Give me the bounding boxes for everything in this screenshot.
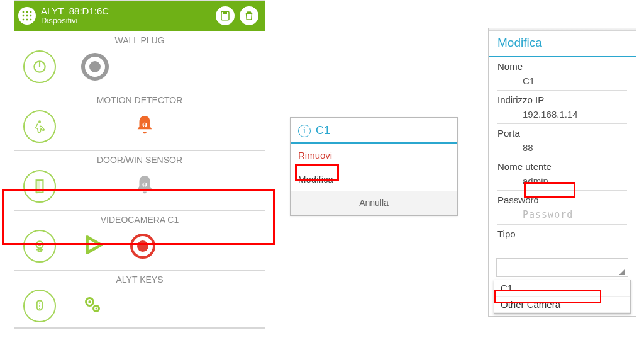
dialog-title: C1: [316, 124, 330, 137]
settings-gears-icon[interactable]: [81, 293, 104, 319]
edit-form-panel: Modifica Nome C1 Indirizzo IP 192.168.1.…: [488, 28, 636, 317]
device-wall-plug[interactable]: WALL PLUG: [14, 31, 265, 91]
app-header: ALYT_88:D1:6C Dispositivi: [14, 1, 265, 31]
device-label: VIDEOCAMERA C1: [14, 213, 265, 227]
motion-icon[interactable]: [23, 110, 56, 143]
record-icon[interactable]: [130, 234, 155, 259]
edit-title: Modifica: [489, 31, 636, 57]
field-port: Porta 88: [489, 124, 636, 157]
svg-point-21: [96, 308, 97, 310]
device-label: WALL PLUG: [14, 34, 265, 48]
svg-point-17: [39, 308, 40, 309]
dialog-title-row: i C1: [291, 118, 457, 144]
camera-icon[interactable]: [23, 230, 56, 263]
svg-point-16: [39, 305, 40, 307]
keyfob-icon[interactable]: [23, 290, 56, 322]
ip-input[interactable]: 192.168.1.14: [497, 106, 627, 124]
dialog-remove-option[interactable]: Rimuovi: [291, 144, 457, 167]
power-icon[interactable]: [23, 50, 56, 83]
username-label: Nome utente: [497, 161, 627, 172]
device-alyt-keys[interactable]: ALYT KEYS: [14, 270, 265, 334]
name-label: Nome: [497, 61, 627, 72]
device-motion-detector[interactable]: MOTION DETECTOR: [14, 91, 265, 150]
devices-panel: ALYT_88:D1:6C Dispositivi WALL PLUG MOTI…: [14, 0, 265, 334]
field-name: Nome C1: [489, 57, 636, 91]
svg-point-19: [88, 300, 91, 303]
svg-point-4: [38, 120, 41, 123]
play-icon[interactable]: [81, 233, 105, 259]
device-label: MOTION DETECTOR: [14, 94, 265, 108]
device-camera[interactable]: VIDEOCAMERA C1: [14, 210, 265, 270]
svg-rect-1: [223, 11, 227, 14]
svg-point-11: [144, 186, 145, 187]
field-ip: Indirizzo IP 192.168.1.14: [489, 91, 636, 124]
alert-bell-icon[interactable]: [134, 174, 155, 199]
ip-label: Indirizzo IP: [497, 94, 627, 105]
action-dialog: i C1 Rimuovi Modifica Annulla: [290, 117, 458, 216]
port-input[interactable]: 88: [497, 140, 627, 157]
save-icon[interactable]: [216, 6, 235, 25]
svg-point-15: [39, 303, 40, 304]
type-dropdown[interactable]: [496, 258, 628, 277]
device-label: DOOR/WIN SENSOR: [14, 154, 265, 167]
username-input[interactable]: admin: [497, 173, 627, 191]
type-option-other[interactable]: Other Camera: [494, 297, 630, 313]
device-label: ALYT KEYS: [14, 273, 265, 287]
header-titles: ALYT_88:D1:6C Dispositivi: [41, 6, 216, 26]
password-label: Password: [497, 195, 627, 205]
info-icon: i: [298, 125, 311, 137]
svg-point-13: [38, 244, 41, 246]
field-username: Nome utente admin: [489, 157, 636, 191]
door-icon[interactable]: [23, 170, 56, 203]
device-door-sensor[interactable]: DOOR/WIN SENSOR: [14, 150, 265, 210]
password-input[interactable]: Password: [497, 206, 627, 225]
alert-bell-icon[interactable]: [134, 114, 155, 139]
field-password: Password Password: [489, 191, 636, 225]
apps-grid-icon[interactable]: [18, 7, 36, 25]
header-subtitle: Dispositivi: [41, 16, 216, 26]
trash-icon[interactable]: [240, 6, 258, 25]
name-input[interactable]: C1: [497, 73, 627, 91]
field-type: Tipo: [489, 225, 636, 239]
dialog-cancel-button[interactable]: Annulla: [291, 191, 457, 215]
svg-rect-10: [144, 183, 146, 185]
toggle-icon[interactable]: [81, 53, 109, 81]
type-dropdown-options: C1 Other Camera: [494, 280, 631, 314]
svg-point-7: [144, 126, 145, 127]
header-device-name: ALYT_88:D1:6C: [41, 6, 216, 16]
type-option-c1[interactable]: C1: [494, 280, 630, 297]
dialog-modify-option[interactable]: Modifica: [291, 167, 457, 191]
svg-rect-6: [144, 123, 146, 125]
type-label: Tipo: [497, 229, 627, 239]
port-label: Porta: [497, 128, 627, 139]
